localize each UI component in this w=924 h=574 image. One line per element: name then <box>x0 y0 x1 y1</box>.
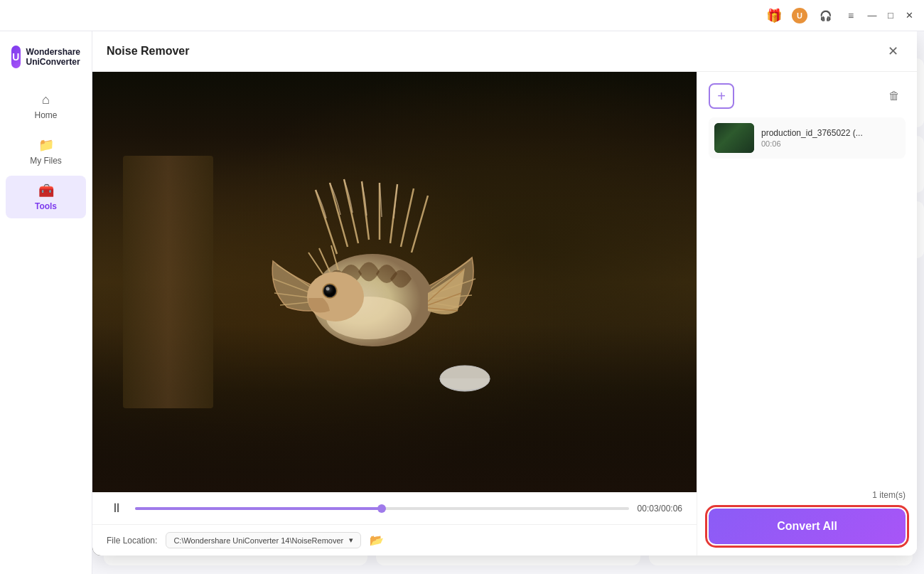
video-display[interactable] <box>92 72 697 492</box>
item-count: 1 item(s) <box>872 490 906 500</box>
file-thumbnail <box>714 123 754 153</box>
home-icon: ⌂ <box>42 92 50 107</box>
logo-text: Wondershare UniConverter <box>26 47 80 68</box>
main-content: ur files to tection ly detecttions and s… <box>92 31 924 574</box>
file-location-path: C:\Wondershare UniConverter 14\NoiseRemo… <box>173 536 343 545</box>
svg-point-18 <box>307 272 364 321</box>
svg-line-7 <box>412 196 428 253</box>
logo-icon: U <box>11 46 21 68</box>
close-button[interactable]: ✕ <box>903 9 915 22</box>
lionfish-svg <box>230 169 529 396</box>
sidebar-item-myfiles[interactable]: 📁 My Files <box>6 130 86 173</box>
menu-icon[interactable]: ≡ <box>843 8 859 23</box>
minimize-button[interactable]: — <box>866 9 879 22</box>
svg-line-24 <box>319 248 330 272</box>
video-area: ⏸ 00:03/00:06 File Location: C:\Wondersh… <box>92 72 697 556</box>
nr-bottom: 1 item(s) Convert All <box>709 490 906 544</box>
open-folder-button[interactable]: 📂 <box>370 533 384 547</box>
svg-line-23 <box>308 253 323 274</box>
app-container: U Wondershare UniConverter ⌂ Home 📁 My F… <box>0 31 924 574</box>
file-name: production_id_3765022 (... <box>761 128 900 138</box>
video-frame <box>92 72 697 492</box>
sidebar-item-tools[interactable]: 🧰 Tools <box>6 176 86 218</box>
file-list: production_id_3765022 (... 00:06 <box>709 117 906 164</box>
time-display: 00:03/00:06 <box>638 504 682 514</box>
window-controls: — □ ✕ <box>866 9 915 22</box>
thumbnail-image <box>714 123 754 153</box>
dropdown-arrow-icon: ▾ <box>349 536 353 545</box>
user-avatar[interactable]: U <box>792 8 807 23</box>
svg-line-2 <box>344 179 358 243</box>
gift-icon[interactable]: 🎁 <box>766 8 782 23</box>
app-logo: U Wondershare UniConverter <box>0 46 92 83</box>
headset-icon[interactable]: 🎧 <box>817 8 833 23</box>
file-item[interactable]: production_id_3765022 (... 00:06 <box>709 117 906 159</box>
nr-right-panel: + 🗑 production_id_376 <box>697 72 917 556</box>
panel-title: Noise Remover <box>107 45 190 58</box>
panel-header: Noise Remover ✕ <box>92 31 917 72</box>
svg-line-6 <box>401 188 414 247</box>
titlebar: 🎁 U 🎧 ≡ — □ ✕ <box>0 0 924 31</box>
video-controls: ⏸ 00:03/00:06 <box>92 492 697 524</box>
progress-handle[interactable] <box>377 504 386 513</box>
convert-all-button[interactable]: Convert All <box>709 509 906 544</box>
delete-button[interactable]: 🗑 <box>883 85 906 107</box>
file-location-select[interactable]: C:\Wondershare UniConverter 14\NoiseRemo… <box>166 532 361 548</box>
nr-toolbar: + 🗑 <box>709 83 906 109</box>
titlebar-icon-group: 🎁 U 🎧 ≡ <box>766 8 859 23</box>
maximize-button[interactable]: □ <box>884 9 897 22</box>
progress-fill <box>135 507 382 510</box>
svg-line-1 <box>330 183 348 247</box>
noise-remover-panel: Noise Remover ✕ <box>92 31 917 556</box>
play-pause-button[interactable]: ⏸ <box>107 501 127 516</box>
svg-line-3 <box>362 181 369 240</box>
svg-point-20 <box>324 285 335 297</box>
panel-body: ⏸ 00:03/00:06 File Location: C:\Wondersh… <box>92 72 917 556</box>
trash-icon: 🗑 <box>888 90 900 102</box>
file-location-row: File Location: C:\Wondershare UniConvert… <box>92 524 697 556</box>
tank-wall <box>123 156 214 408</box>
file-duration: 00:06 <box>761 139 900 148</box>
add-file-button[interactable]: + <box>709 83 734 109</box>
files-icon: 📁 <box>38 137 54 153</box>
svg-point-21 <box>326 287 330 290</box>
panel-close-button[interactable]: ✕ <box>883 41 903 61</box>
sidebar-item-home[interactable]: ⌂ Home <box>6 85 86 127</box>
tools-icon: 🧰 <box>38 183 54 198</box>
file-info: production_id_3765022 (... 00:06 <box>761 128 900 148</box>
sidebar: U Wondershare UniConverter ⌂ Home 📁 My F… <box>0 31 92 574</box>
file-location-label: File Location: <box>107 536 157 546</box>
progress-bar[interactable] <box>135 507 629 510</box>
